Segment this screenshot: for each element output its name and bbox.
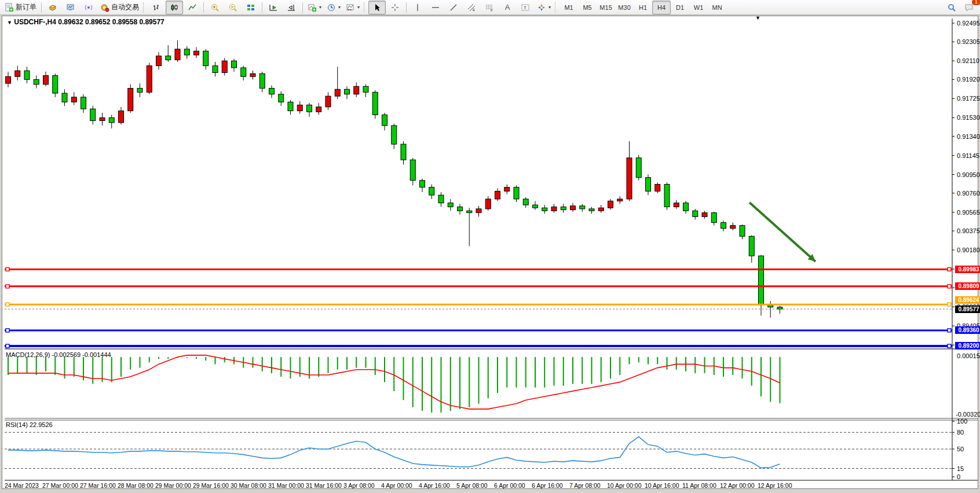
price-tag: 0.89983 — [955, 266, 980, 273]
auto-scroll-button[interactable] — [265, 1, 282, 14]
candle-body — [184, 49, 189, 55]
price-axis-tick: 0.91340 — [957, 133, 980, 140]
timeframe-button-h1[interactable]: H1 — [634, 1, 652, 14]
time-axis-label: 11 Apr 08:00 — [682, 482, 716, 489]
time-axis-label: 31 Mar 16:00 — [306, 482, 342, 489]
candle-body — [259, 73, 265, 88]
candle-body — [674, 203, 679, 207]
timeframe-button-mn[interactable]: MN — [708, 1, 726, 14]
fibonacci-tool-button[interactable]: F — [481, 1, 498, 14]
candle-body — [372, 92, 378, 115]
timeframe-button-d1[interactable]: D1 — [671, 1, 689, 14]
line-handle — [6, 303, 9, 306]
candle-body — [34, 79, 39, 84]
chart-shift-button[interactable] — [283, 1, 300, 14]
bar-chart-button[interactable] — [148, 1, 165, 14]
equidistant-channel-tool-button[interactable]: E — [463, 1, 480, 14]
zoom-out-button[interactable] — [224, 1, 242, 14]
candle-body — [382, 115, 387, 126]
candle-body — [646, 178, 651, 192]
chart-window: ▼ USDCHF-,H4 0.89632 0.89652 0.89558 0.8… — [2, 16, 978, 489]
rsi-axis-tick: 100 — [957, 418, 980, 425]
horizontal-line-tool-button[interactable] — [427, 1, 444, 14]
toolbar-separator — [203, 2, 204, 13]
text-tool-button[interactable]: A — [499, 1, 516, 14]
candle-body — [571, 206, 576, 210]
vertical-line-tool-button[interactable] — [409, 1, 426, 14]
time-axis-label: 29 Mar 00:00 — [155, 482, 191, 489]
chart-title: ▼ USDCHF-,H4 0.89632 0.89652 0.89558 0.8… — [7, 18, 164, 26]
candle-body — [759, 256, 764, 305]
signals-button[interactable] — [80, 1, 97, 14]
chart-symbol-period: USDCHF-,H4 — [14, 18, 56, 26]
line-chart-button[interactable] — [184, 1, 201, 14]
crosshair-tool-button[interactable] — [386, 1, 404, 14]
line-handle — [948, 285, 951, 288]
candle-body — [279, 94, 284, 102]
timeframe-button-m15[interactable]: M15 — [597, 1, 615, 14]
candle-body — [53, 76, 58, 93]
time-axis-label: 10 Apr 00:00 — [607, 482, 642, 489]
timeframe-button-m5[interactable]: M5 — [578, 1, 597, 14]
tile-windows-button[interactable] — [242, 1, 259, 14]
candle-body — [420, 181, 425, 187]
indicators-button[interactable]: ▾ — [305, 1, 324, 14]
svg-text:F: F — [491, 9, 493, 12]
toolbar-grip — [143, 2, 146, 13]
line-handle — [948, 344, 951, 348]
candle-body — [551, 207, 557, 211]
market-profile-button[interactable] — [44, 1, 61, 14]
bar-chart-icon — [152, 3, 161, 12]
search-button[interactable] — [943, 1, 960, 14]
candle-body — [335, 89, 340, 96]
text-label-tool-button[interactable]: T — [517, 1, 534, 14]
candle-body — [561, 207, 566, 210]
candle-body — [476, 209, 481, 213]
candle-body — [495, 191, 500, 199]
cursor-tool-button[interactable] — [368, 1, 386, 14]
last-bar-marker-icon: ▼ — [755, 15, 760, 21]
candlestick-chart-button[interactable] — [166, 1, 183, 14]
candle-body — [166, 56, 171, 60]
notifications-button[interactable]: 1 — [960, 1, 978, 14]
rsi-axis-tick: 15 — [957, 465, 980, 472]
candle-body — [655, 185, 660, 192]
auto-trading-button[interactable]: 自动交易 — [98, 1, 141, 14]
chart-dropdown-icon[interactable]: ▼ — [7, 20, 12, 25]
arrows-tool-button[interactable]: ▾ — [535, 1, 553, 14]
time-axis-label: 12 Apr 00:00 — [720, 482, 755, 489]
new-order-button[interactable]: 新订单 — [2, 1, 39, 14]
candle-body — [6, 76, 11, 83]
candle-body — [458, 207, 463, 211]
timeframe-button-w1[interactable]: W1 — [689, 1, 708, 14]
terminal-button[interactable] — [62, 1, 79, 14]
candle-body — [523, 199, 528, 205]
trend-arrow — [749, 203, 816, 262]
timeframe-button-m1[interactable]: M1 — [560, 1, 578, 14]
toolbar-separator — [262, 2, 262, 13]
price-axis-tick: 0.91530 — [957, 114, 980, 121]
zoom-in-button[interactable] — [206, 1, 224, 14]
indicators-icon — [308, 3, 317, 12]
templates-icon — [346, 3, 355, 12]
price-axis-tick: 0.90375 — [957, 227, 980, 234]
price-axis-tick: 0.92110 — [957, 57, 980, 64]
periods-button[interactable]: ▾ — [324, 1, 343, 14]
candle-body — [62, 93, 67, 102]
chevron-down-icon: ▾ — [338, 5, 341, 10]
chart-canvas[interactable] — [2, 16, 978, 488]
templates-button[interactable]: ▾ — [343, 1, 362, 14]
timeframe-button-m30[interactable]: M30 — [615, 1, 634, 14]
timeframe-button-h4[interactable]: H4 — [652, 1, 671, 14]
time-axis-label: 6 Apr 16:00 — [532, 482, 563, 489]
zoom-out-icon — [228, 3, 237, 12]
candle-body — [467, 211, 472, 212]
trendline-tool-button[interactable] — [445, 1, 462, 14]
price-axis-tick: 0.90565 — [957, 209, 980, 216]
candle-body — [580, 206, 585, 209]
autotrading-icon — [100, 3, 109, 12]
fibonacci-icon: F — [485, 3, 494, 12]
time-axis-label: 3 Apr 08:00 — [343, 482, 375, 489]
candle-body — [109, 117, 114, 122]
candle-body — [241, 68, 246, 76]
